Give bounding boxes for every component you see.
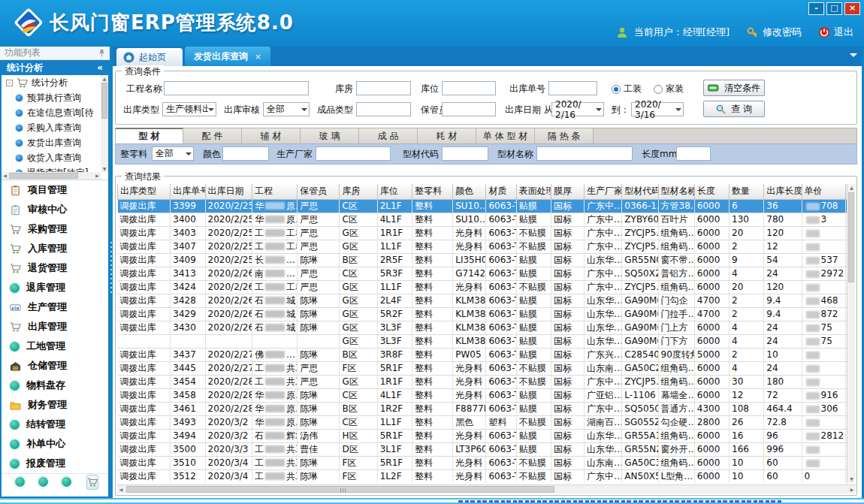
sidebar-group-header[interactable]: 统计分析 « xyxy=(2,60,108,75)
dot-icon[interactable] xyxy=(38,477,48,487)
tree-item-发货出库查询[interactable]: 发货出库查询 xyxy=(2,135,101,150)
table-row[interactable]: 调拨出库34372020/2/27佛…陈琳B区3R8F整料PW056063-T5… xyxy=(118,348,848,361)
date-from-picker[interactable]: 2020/ 2/16 xyxy=(551,102,604,116)
tab-home[interactable]: 起始页 xyxy=(116,48,183,66)
table-row[interactable]: 调拨出库34242020/2/26工工程严思G区1L1F整料光身料6063-T5… xyxy=(118,280,848,294)
profile-name-input[interactable] xyxy=(536,146,633,161)
table-row[interactable]: 调拨出库34072020/2/25工工程严思G区1L1F整料光身料6063-T5… xyxy=(118,240,848,253)
color-input[interactable] xyxy=(222,146,269,161)
column-header-出库类型[interactable]: 出库类型 xyxy=(118,184,171,199)
location-input[interactable] xyxy=(442,81,496,95)
table-row[interactable]: 调拨出库33992020/2/25华原…严思C区2L1F整料SU10…6063-… xyxy=(118,199,848,213)
table-row[interactable]: 调拨出库34942020/3/2石辉城汤伟H区5R1F整料光身料6063-T5贴… xyxy=(118,429,848,442)
table-row[interactable]: 调拨出库35002020/3/3工共工程曹佳D区3L1F整料LT3P606063… xyxy=(118,442,848,456)
column-header-保管员[interactable]: 保管员 xyxy=(298,184,340,199)
scroll-left-icon[interactable]: ◀ xyxy=(2,172,8,180)
table-row[interactable]: G区3L3F整料KLM38176063-T5贴膜国标山东华…GA90M09…门下… xyxy=(118,334,848,348)
column-header-出库单号[interactable]: 出库单号 xyxy=(171,184,205,199)
order-no-input[interactable] xyxy=(548,81,597,95)
table-row[interactable]: 调拨出库35102020/3/4工共工程陈琳F区5R1F整料光身料6063-T5… xyxy=(118,456,848,469)
keeper-input[interactable] xyxy=(442,102,496,116)
sidebar-item-物料盘存[interactable]: 物料盘存 xyxy=(2,376,108,395)
column-header-单价[interactable]: 单价 xyxy=(802,184,845,199)
tree-item-退货查询[待定][interactable]: 退货查询[待定] xyxy=(2,165,101,172)
column-header-生产厂家[interactable]: 生产厂家 xyxy=(585,184,622,199)
pin-icon[interactable] xyxy=(98,49,105,57)
column-header-材质[interactable]: 材质 xyxy=(486,184,516,199)
tree-hscroll-thumb[interactable] xyxy=(9,173,78,179)
material-tab-隔热条[interactable]: 隔 热 条 xyxy=(535,128,594,144)
results-vertical-scrollbar[interactable]: ▲ ▼ xyxy=(847,184,855,483)
results-horizontal-scrollbar[interactable]: ◀ ▶ xyxy=(117,484,856,493)
tree-item-收货入库查询[interactable]: 收货入库查询 xyxy=(2,150,101,165)
table-row[interactable]: 调拨出库34132020/2/26南…严思C区5R3F整料G714226063-… xyxy=(118,267,848,280)
warehouse-input[interactable] xyxy=(356,81,411,95)
dot-icon[interactable] xyxy=(62,477,71,487)
search-button[interactable]: 查 询 xyxy=(703,101,765,117)
column-header-颜色[interactable]: 颜色 xyxy=(453,184,486,199)
tree-scroll-thumb[interactable] xyxy=(101,83,107,119)
table-row[interactable]: 调拨出库34542020/2/28工共工程严思G区1R1F整料光身料6063-T… xyxy=(118,375,848,388)
material-tab-单体型材[interactable]: 单 体 型 材 xyxy=(476,128,535,144)
date-to-picker[interactable]: 2020/ 3/16 xyxy=(631,102,684,116)
length-input[interactable] xyxy=(676,146,711,161)
minimize-button[interactable]: - xyxy=(808,2,824,15)
sidebar-item-退库管理[interactable]: 退库管理 xyxy=(2,278,108,297)
whole-part-select[interactable]: 全部 xyxy=(152,146,194,161)
sidebar-item-结转管理[interactable]: 结转管理 xyxy=(2,415,108,434)
scroll-right-icon[interactable]: ▶ xyxy=(94,172,101,180)
column-header-工程[interactable]: 工程 xyxy=(252,184,297,199)
material-tab-成品[interactable]: 成 品 xyxy=(359,128,418,144)
tree-item-在途信息查询[待[interactable]: 在途信息查询[待 xyxy=(2,105,101,120)
column-header-数量[interactable]: 数量 xyxy=(730,184,764,199)
table-row[interactable]: 调拨出库34302020/2/26石城陈琳G区3L3F整料KLM38176063… xyxy=(118,321,848,334)
table-row[interactable]: 调拨出库34612020/2/28华原…陈琳B区1R2F整料F8877FT606… xyxy=(118,402,848,415)
tree-item-采购入库查询[interactable]: 采购入库查询 xyxy=(2,120,101,135)
sidebar-item-生产管理[interactable]: 生产管理 xyxy=(2,297,108,317)
column-header-长度[interactable]: 长度 xyxy=(694,184,729,199)
table-row[interactable]: 调拨出库34002020/2/25华原…严思C区4L1F整料SU10…6063-… xyxy=(118,213,848,226)
column-header-型材名称[interactable]: 型材名称 xyxy=(658,184,694,199)
sidebar-item-财务管理[interactable]: 财务管理 xyxy=(2,395,108,415)
table-row[interactable]: 调拨出库34582020/2/28华原…陈琳C区4L1F整料光身料6063-T5… xyxy=(118,388,848,402)
column-header-库位[interactable]: 库位 xyxy=(377,184,412,199)
change-password-button[interactable]: 修改密码 xyxy=(746,26,802,39)
table-row[interactable]: 调拨出库34292020/2/26石城陈琳G区5R2F整料KLM38176063… xyxy=(118,307,848,321)
sidebar-item-入库管理[interactable]: 入库管理 xyxy=(2,239,108,258)
tab-active-shipping-outbound-query[interactable]: 发货出库查询 × xyxy=(185,47,270,66)
review-select[interactable]: 全部 xyxy=(263,102,310,116)
outbound-type-select[interactable]: 生产领料出库 xyxy=(162,102,216,116)
scroll-right-icon[interactable]: ▶ xyxy=(848,485,856,494)
column-header-出库长度[interactable]: 出库长度 xyxy=(764,184,802,199)
sidebar-item-出库管理[interactable]: 出库管理 xyxy=(2,317,108,337)
column-header-表面处理[interactable]: 表面处理 xyxy=(516,184,551,199)
logout-button[interactable]: 退出 xyxy=(818,26,853,39)
clear-conditions-button[interactable]: 清空条件 xyxy=(703,80,765,96)
sidebar-item-补单中心[interactable]: 补单中心 xyxy=(2,434,108,454)
material-tab-玻璃[interactable]: 玻 璃 xyxy=(301,128,359,144)
tree-vertical-scrollbar[interactable]: ▲ ▼ xyxy=(101,75,108,172)
sidebar-item-工地管理[interactable]: 工地管理 xyxy=(2,337,108,356)
table-row[interactable]: 调拨出库35122020/3/4工共工程陈琳F区1L2F整料光身料6063-T5… xyxy=(118,469,848,483)
table-row[interactable]: 调拨出库34032020/2/25工工程严思G区1R1F整料光身料6063-T5… xyxy=(118,226,848,240)
results-vscroll-thumb[interactable] xyxy=(848,192,854,282)
tree-horizontal-scrollbar[interactable]: ◀ ▶ xyxy=(2,172,101,180)
collapse-icon[interactable]: « xyxy=(97,62,103,73)
material-tab-配件[interactable]: 配 件 xyxy=(183,128,242,144)
project-name-input[interactable] xyxy=(164,81,309,95)
column-header-库房[interactable]: 库房 xyxy=(340,184,377,199)
material-tab-耗材[interactable]: 耗 材 xyxy=(418,128,476,144)
close-button[interactable]: × xyxy=(844,2,860,15)
column-header-整零料[interactable]: 整零料 xyxy=(412,184,452,199)
product-type-input[interactable] xyxy=(356,102,411,116)
column-header-出库日期[interactable]: 出库日期 xyxy=(205,184,252,199)
column-header-膜厚[interactable]: 膜厚 xyxy=(551,184,584,199)
tab-close-icon[interactable]: × xyxy=(255,52,261,62)
sidebar-item-仓储管理[interactable]: 仓储管理 xyxy=(2,356,108,376)
sidebar-item-退货管理[interactable]: 退货管理 xyxy=(2,258,108,278)
table-row[interactable]: 调拨出库34452020/2/27工共工程严思F区5R1F整料光身料6063-T… xyxy=(118,361,848,375)
tree-root[interactable]: -统计分析 xyxy=(2,75,101,90)
scroll-up-icon[interactable]: ▲ xyxy=(847,184,856,192)
material-tab-辅材[interactable]: 辅 材 xyxy=(242,128,301,144)
dot-icon[interactable] xyxy=(15,477,25,487)
